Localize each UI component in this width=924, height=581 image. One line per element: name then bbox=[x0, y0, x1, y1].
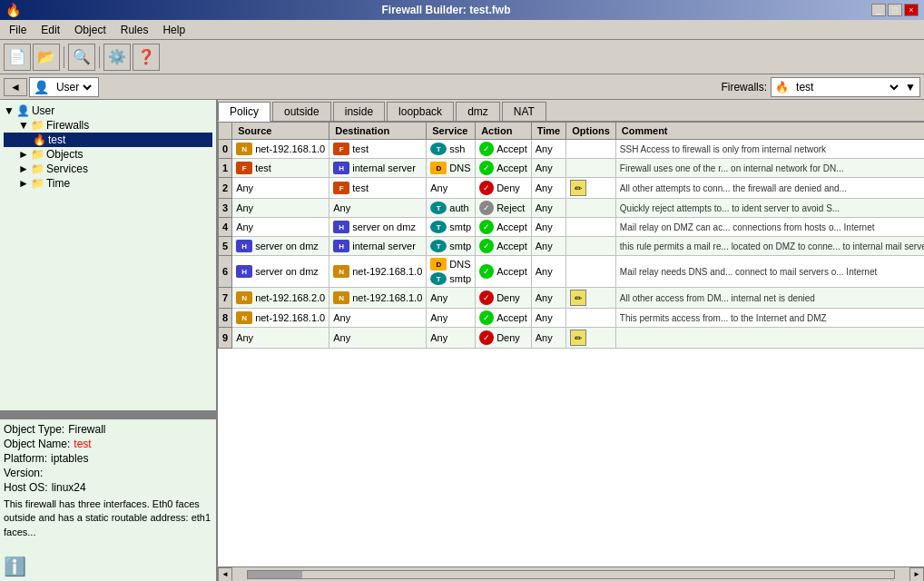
service-cell-0[interactable]: Tssh bbox=[427, 140, 476, 159]
tab-policy[interactable]: Policy bbox=[218, 102, 270, 122]
info-icon: ℹ️ bbox=[4, 556, 26, 577]
action-cell-6[interactable]: ✓ Accept bbox=[476, 256, 532, 288]
destination-cell-9[interactable]: Any bbox=[329, 328, 427, 349]
service-cell-3[interactable]: Tauth bbox=[427, 199, 476, 218]
maximize-button[interactable]: □ bbox=[888, 4, 902, 16]
service-cell-5[interactable]: Tsmtp bbox=[427, 237, 476, 256]
action-cell-7[interactable]: ✓ Deny bbox=[476, 288, 532, 309]
tab-nat[interactable]: NAT bbox=[502, 102, 546, 121]
source-cell-4[interactable]: Any bbox=[232, 218, 329, 237]
firewall-dropdown[interactable]: test bbox=[792, 80, 901, 94]
source-cell-3[interactable]: Any bbox=[232, 199, 329, 218]
destination-cell-6[interactable]: Nnet-192.168.1.0 bbox=[329, 256, 427, 288]
action-cell-0[interactable]: ✓ Accept bbox=[476, 140, 532, 159]
action-cell-1[interactable]: ✓ Accept bbox=[476, 159, 532, 178]
tree-item-firewalls[interactable]: ▼ 📁 Firewalls bbox=[4, 118, 212, 133]
service-cell-9[interactable]: Any bbox=[427, 328, 476, 349]
menu-object[interactable]: Object bbox=[69, 22, 112, 38]
open-button[interactable]: 📂 bbox=[33, 44, 60, 71]
tree-item-services[interactable]: ► 📁 Services bbox=[4, 162, 212, 176]
time-cell-8[interactable]: Any bbox=[531, 309, 565, 328]
time-cell-3[interactable]: Any bbox=[531, 199, 565, 218]
close-button[interactable]: × bbox=[904, 4, 919, 16]
destination-cell-2[interactable]: Ftest bbox=[329, 178, 427, 199]
action-cell-9[interactable]: ✓ Deny bbox=[476, 328, 532, 349]
row-number-3: 3 bbox=[219, 199, 232, 218]
settings-button[interactable]: ⚙️ bbox=[103, 44, 131, 71]
time-cell-9[interactable]: Any bbox=[531, 328, 565, 349]
panel-splitter[interactable] bbox=[0, 410, 216, 418]
source-cell-7[interactable]: Nnet-192.168.2.0 bbox=[232, 288, 329, 309]
time-cell-0[interactable]: Any bbox=[531, 140, 565, 159]
destination-label: Any bbox=[333, 332, 350, 343]
destination-cell-1[interactable]: Hinternal server bbox=[329, 159, 427, 178]
tab-dmz[interactable]: dmz bbox=[456, 102, 500, 121]
new-button[interactable]: 📄 bbox=[4, 44, 31, 71]
options-cell-7[interactable]: ✏ bbox=[566, 288, 616, 309]
scroll-right-button[interactable]: ► bbox=[909, 567, 924, 582]
action-cell-5[interactable]: ✓ Accept bbox=[476, 237, 532, 256]
source-cell-5[interactable]: Hserver on dmz bbox=[232, 237, 329, 256]
menu-rules[interactable]: Rules bbox=[115, 22, 154, 38]
options-cell-3[interactable] bbox=[566, 199, 616, 218]
time-cell-2[interactable]: Any bbox=[531, 178, 565, 199]
scroll-left-button[interactable]: ◄ bbox=[218, 567, 232, 582]
destination-cell-7[interactable]: Nnet-192.168.1.0 bbox=[329, 288, 427, 309]
source-cell-2[interactable]: Any bbox=[232, 178, 329, 199]
scroll-thumb[interactable] bbox=[248, 571, 302, 578]
source-cell-1[interactable]: Ftest bbox=[232, 159, 329, 178]
nav-dropdown[interactable]: User bbox=[53, 80, 94, 94]
menu-edit[interactable]: Edit bbox=[35, 22, 65, 38]
service-cell-2[interactable]: Any bbox=[427, 178, 476, 199]
time-cell-7[interactable]: Any bbox=[531, 288, 565, 309]
scroll-track[interactable] bbox=[247, 570, 895, 579]
destination-cell-5[interactable]: Hinternal server bbox=[329, 237, 427, 256]
tab-outside[interactable]: outside bbox=[272, 102, 331, 121]
time-cell-6[interactable]: Any bbox=[531, 256, 565, 288]
time-cell-5[interactable]: Any bbox=[531, 237, 565, 256]
tree-item-time[interactable]: ► 📁 Time bbox=[4, 176, 212, 191]
tab-loopback[interactable]: loopback bbox=[387, 102, 454, 121]
action-cell-8[interactable]: ✓ Accept bbox=[476, 309, 532, 328]
help-button[interactable]: ❓ bbox=[133, 44, 160, 71]
search-button[interactable]: 🔍 bbox=[68, 44, 95, 71]
service-cell-7[interactable]: Any bbox=[427, 288, 476, 309]
service-cell-4[interactable]: Tsmtp bbox=[427, 218, 476, 237]
tab-inside[interactable]: inside bbox=[333, 102, 385, 121]
source-cell-8[interactable]: Nnet-192.168.1.0 bbox=[232, 309, 329, 328]
firewall-icon: 🔥 bbox=[775, 81, 789, 94]
time-cell-4[interactable]: Any bbox=[531, 218, 565, 237]
options-cell-1[interactable] bbox=[566, 159, 616, 178]
horizontal-scrollbar[interactable]: ◄ ► bbox=[218, 566, 924, 581]
tree-item-test[interactable]: 🔥 test bbox=[4, 133, 212, 147]
action-cell-3[interactable]: ✓ Reject bbox=[476, 199, 532, 218]
destination-cell-4[interactable]: Hserver on dmz bbox=[329, 218, 427, 237]
options-cell-0[interactable] bbox=[566, 140, 616, 159]
action-cell-2[interactable]: ✓ Deny bbox=[476, 178, 532, 199]
options-cell-5[interactable] bbox=[566, 237, 616, 256]
options-cell-9[interactable]: ✏ bbox=[566, 328, 616, 349]
service-cell-6[interactable]: DDNSTsmtp bbox=[427, 256, 476, 288]
source-cell-9[interactable]: Any bbox=[232, 328, 329, 349]
options-cell-8[interactable] bbox=[566, 309, 616, 328]
source-cell-6[interactable]: Hserver on dmz bbox=[232, 256, 329, 288]
time-cell-1[interactable]: Any bbox=[531, 159, 565, 178]
options-cell-6[interactable] bbox=[566, 256, 616, 288]
source-cell-0[interactable]: Nnet-192.168.1.0 bbox=[232, 140, 329, 159]
destination-cell-8[interactable]: Any bbox=[329, 309, 427, 328]
destination-cell-0[interactable]: Ftest bbox=[329, 140, 427, 159]
service-cell-8[interactable]: Any bbox=[427, 309, 476, 328]
destination-label: test bbox=[352, 143, 369, 154]
menu-help[interactable]: Help bbox=[157, 22, 191, 38]
minimize-button[interactable]: _ bbox=[871, 4, 886, 16]
service-cell-1[interactable]: DDNS bbox=[427, 159, 476, 178]
destination-cell-3[interactable]: Any bbox=[329, 199, 427, 218]
options-cell-2[interactable]: ✏ bbox=[566, 178, 616, 199]
options-cell-4[interactable] bbox=[566, 218, 616, 237]
action-cell-4[interactable]: ✓ Accept bbox=[476, 218, 532, 237]
back-button[interactable]: ◄ bbox=[4, 78, 27, 96]
action-label: Accept bbox=[496, 241, 527, 251]
menu-file[interactable]: File bbox=[4, 22, 32, 38]
tree-item-user[interactable]: ▼ 👤 User bbox=[4, 103, 212, 118]
tree-item-objects[interactable]: ► 📁 Objects bbox=[4, 147, 212, 162]
